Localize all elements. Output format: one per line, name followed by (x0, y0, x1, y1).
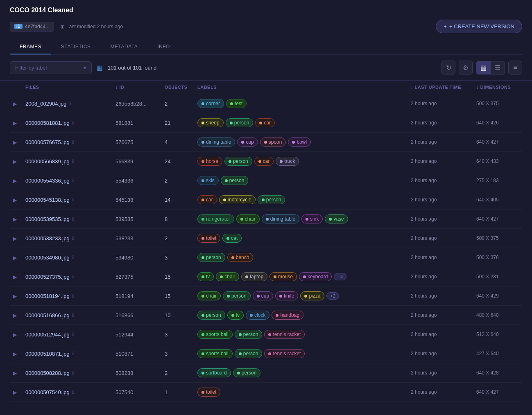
label-tag[interactable]: car (197, 195, 217, 204)
label-tag[interactable]: person (197, 311, 225, 320)
label-tag[interactable]: toilet (197, 234, 220, 243)
th-dims[interactable]: ↕ DIMENSIONS (473, 81, 522, 94)
label-tag[interactable]: horse (197, 157, 222, 166)
label-tag[interactable]: corner (197, 99, 224, 108)
grid-view-button[interactable]: ▦ (476, 61, 491, 74)
info-icon[interactable]: ℹ (72, 293, 74, 299)
label-tag[interactable]: knife (275, 291, 298, 300)
refresh-button[interactable]: ↻ (441, 61, 455, 74)
label-tag[interactable]: sports ball (197, 349, 233, 358)
label-tag[interactable]: sheep (197, 118, 224, 127)
label-tag[interactable]: laptop (241, 272, 267, 281)
label-tag[interactable]: tennis racket (264, 349, 305, 358)
tab-frames[interactable]: FRAMES (10, 40, 51, 54)
info-icon[interactable]: ℹ (69, 101, 71, 106)
expand-button[interactable]: ▶ (13, 255, 17, 261)
expand-button[interactable]: ▶ (13, 159, 17, 165)
expand-button[interactable]: ▶ (13, 351, 17, 357)
expand-button[interactable]: ▶ (13, 236, 17, 241)
label-tag[interactable]: tv (227, 311, 244, 320)
info-icon[interactable]: ℹ (72, 216, 74, 222)
expand-button[interactable]: ▶ (13, 217, 17, 222)
label-tag[interactable]: handbag (272, 311, 303, 320)
tab-metadata[interactable]: METADATA (101, 40, 148, 54)
expand-button[interactable]: ▶ (13, 140, 17, 145)
info-icon[interactable]: ℹ (72, 255, 74, 260)
label-tag[interactable]: cup (253, 291, 273, 300)
th-time[interactable]: ↕ LAST UPDATE TIME (407, 81, 473, 94)
info-icon[interactable]: ℹ (72, 351, 74, 356)
expand-button[interactable]: ▶ (13, 332, 17, 338)
info-icon[interactable]: ℹ (72, 389, 74, 395)
label-tag[interactable]: person (235, 330, 263, 339)
label-tag[interactable]: person (223, 291, 251, 300)
label-tag[interactable]: person (221, 176, 249, 185)
tab-info[interactable]: INFO (147, 40, 180, 54)
label-tag[interactable]: surfboard (197, 368, 231, 377)
expand-button[interactable]: ▶ (13, 313, 17, 318)
expand-button[interactable]: ▶ (13, 178, 17, 184)
label-tag[interactable]: sports ball (197, 330, 233, 339)
info-icon[interactable]: ℹ (72, 197, 74, 203)
info-icon[interactable]: ℹ (72, 178, 74, 183)
label-tag[interactable]: keyboard (299, 272, 332, 281)
settings-button[interactable]: ⚙ (459, 61, 473, 74)
info-icon[interactable]: ℹ (72, 312, 74, 318)
label-tag[interactable]: refrigerator (197, 214, 234, 223)
filter-dropdown[interactable]: Filter by label ▾ (10, 61, 92, 74)
expand-button[interactable]: ▶ (13, 274, 17, 280)
label-tag[interactable]: tennis racket (264, 330, 305, 339)
label-tag[interactable]: person (235, 349, 263, 358)
label-tag[interactable]: cat (222, 234, 242, 243)
label-tag[interactable]: mouse (269, 272, 297, 281)
label-tag[interactable]: person (233, 368, 261, 377)
label-tag[interactable]: car (255, 118, 275, 127)
label-tag[interactable]: bowl (288, 138, 311, 147)
th-files[interactable]: FILES (22, 81, 112, 94)
info-icon[interactable]: ℹ (72, 158, 74, 164)
info-icon[interactable]: ℹ (72, 274, 74, 280)
label-tag[interactable]: skis (197, 176, 219, 185)
label-tag[interactable]: person (197, 253, 225, 262)
label-tag[interactable]: toilet (197, 388, 220, 397)
filter-icon[interactable]: ▦ (97, 64, 103, 72)
label-tag[interactable]: vase (325, 214, 348, 223)
label-tag[interactable]: person (224, 157, 252, 166)
tab-statistics[interactable]: STATISTICS (51, 40, 101, 54)
expand-button[interactable]: ▶ (13, 101, 17, 107)
label-tag[interactable]: spoon (260, 138, 286, 147)
id-badge[interactable]: ID 4e7fbd44... (10, 22, 54, 32)
label-tag[interactable]: clock (246, 311, 269, 320)
more-labels-badge[interactable]: +4 (334, 273, 346, 280)
info-icon[interactable]: ℹ (72, 235, 74, 241)
expand-button[interactable]: ▶ (13, 197, 17, 203)
label-tag[interactable]: truck (276, 157, 299, 166)
label-tag[interactable]: sink (301, 214, 323, 223)
label-tag[interactable]: person (226, 118, 254, 127)
expand-button[interactable]: ▶ (13, 120, 17, 126)
label-tag[interactable]: tv (197, 272, 214, 281)
expand-button[interactable]: ▶ (13, 370, 17, 376)
label-tag[interactable]: pizza (300, 291, 324, 300)
info-icon[interactable]: ℹ (72, 120, 74, 126)
th-id[interactable]: ↕ ID (112, 81, 161, 94)
label-tag[interactable]: cup (237, 138, 258, 147)
label-tag[interactable]: test (226, 99, 247, 108)
label-tag[interactable]: chair (236, 214, 260, 223)
label-tag[interactable]: car (254, 157, 274, 166)
label-tag[interactable]: chair (197, 291, 221, 300)
label-tag[interactable]: chair (216, 272, 239, 281)
expand-button[interactable]: ▶ (13, 293, 17, 299)
more-options-button[interactable]: ≡ (508, 61, 522, 74)
label-tag[interactable]: bench (227, 253, 254, 262)
more-labels-badge[interactable]: +2 (326, 292, 339, 300)
label-tag[interactable]: dining table (197, 138, 235, 147)
info-icon[interactable]: ℹ (72, 332, 74, 337)
info-icon[interactable]: ℹ (72, 139, 74, 145)
info-icon[interactable]: ℹ (72, 370, 74, 376)
list-view-button[interactable]: ☰ (491, 61, 505, 74)
create-version-button[interactable]: + + CREATE NEW VERSION (436, 20, 522, 33)
label-tag[interactable]: dining table (262, 214, 299, 223)
label-tag[interactable]: motorcycle (219, 195, 256, 204)
expand-button[interactable]: ▶ (13, 390, 17, 395)
